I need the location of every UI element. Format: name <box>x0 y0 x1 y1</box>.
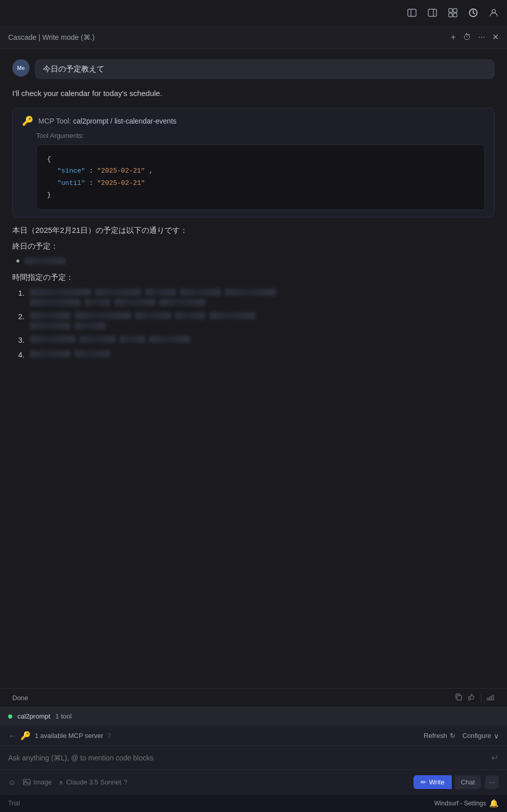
mcp-server-help-icon[interactable]: ? <box>107 732 111 739</box>
tool-args-label: Tool Arguments: <box>36 132 485 139</box>
svg-rect-18 <box>492 695 494 700</box>
mcp-tool-block: 🔑 MCP Tool: cal2prompt / list-calendar-e… <box>12 108 495 218</box>
header: Cascade | Write mode (⌘.) + ⏱ ··· ✕ <box>0 26 507 49</box>
write-button[interactable]: ✏ Write <box>413 775 452 789</box>
refresh-icon: ↻ <box>450 732 455 739</box>
timed-item-4: 4. <box>12 350 495 359</box>
allday-blurred <box>25 257 65 265</box>
add-button[interactable]: + <box>451 33 455 42</box>
refresh-label: Refresh <box>424 732 447 739</box>
copy-icon[interactable] <box>454 693 463 703</box>
smile-icon[interactable]: ☺ <box>8 778 16 786</box>
configure-label: Configure <box>463 732 491 739</box>
user-bubble: 今日の予定教えて <box>35 59 495 79</box>
timed-item-2: 2. <box>12 312 495 329</box>
svg-rect-4 <box>449 9 452 12</box>
close-button[interactable]: ✕ <box>492 32 499 42</box>
svg-rect-0 <box>408 9 416 16</box>
header-title: Cascade | Write mode (⌘.) <box>8 33 95 41</box>
svg-rect-17 <box>490 697 491 700</box>
mcp-tool-label: MCP Tool: cal2prompt / list-calendar-eve… <box>38 117 176 125</box>
footer-trial: Trial <box>8 800 20 807</box>
done-row: Done <box>0 688 507 707</box>
configure-button[interactable]: Configure ∨ <box>463 732 499 740</box>
svg-rect-2 <box>428 9 436 16</box>
refresh-button[interactable]: Refresh ↻ <box>424 732 455 739</box>
mcp-tool-count: 1 tool <box>55 712 72 720</box>
done-divider <box>481 694 481 702</box>
input-area: ↵ <box>0 746 507 770</box>
svg-rect-6 <box>449 13 452 17</box>
mcp-server-left: ← 🔑 1 available MCP server ? <box>8 731 111 741</box>
panel-right-icon[interactable] <box>425 6 440 20</box>
thumbsup-icon[interactable] <box>468 693 476 703</box>
input-row: ↵ <box>8 752 499 763</box>
svg-line-10 <box>473 13 475 14</box>
timed-label: 時間指定の予定： <box>12 273 495 282</box>
mcp-server-text: 1 available MCP server <box>35 732 103 739</box>
mcp-server-right: Refresh ↻ Configure ∨ <box>424 732 499 740</box>
model-name: Claude 3.5 Sonnet <box>66 778 121 786</box>
bottom-toolbar-left: ☺ Image ∧ Claude 3.5 Sonnet ? <box>8 778 127 786</box>
mcp-server-key-icon: 🔑 <box>20 731 31 741</box>
footer-bar: Trial Windsurf - Settings 🔔 <box>0 794 507 812</box>
schedule-intro: 本日（2025年2月21日）の予定は以下の通りです： <box>12 226 495 235</box>
avatar: Me <box>12 59 30 77</box>
footer-right: Windsurf - Settings 🔔 <box>434 799 499 808</box>
svg-rect-7 <box>453 13 457 17</box>
allday-item <box>16 257 495 265</box>
timed-list: 1. <box>12 289 495 359</box>
svg-rect-19 <box>24 779 30 785</box>
history-button[interactable]: ⏱ <box>463 33 471 42</box>
panel-left-icon[interactable] <box>405 6 419 20</box>
schedule-section: 本日（2025年2月21日）の予定は以下の通りです： 終日の予定： 時間指定の予… <box>12 226 495 359</box>
chevron-down-icon: ∨ <box>494 732 499 740</box>
chat-button[interactable]: Chat <box>455 775 481 789</box>
model-selector[interactable]: ∧ Claude 3.5 Sonnet ? <box>59 778 127 786</box>
timed-item-1: 1. <box>12 289 495 306</box>
top-toolbar <box>0 0 507 26</box>
allday-label: 終日の予定： <box>12 242 495 251</box>
more-options-button[interactable]: ··· <box>485 775 499 789</box>
mcp-name[interactable]: cal2prompt <box>17 712 50 720</box>
svg-rect-5 <box>453 9 457 12</box>
mcp-status-bar: cal2prompt 1 tool <box>0 707 507 725</box>
done-row-actions <box>454 693 495 703</box>
svg-rect-12 <box>457 696 462 700</box>
user-message-row: Me 今日の予定教えて <box>12 59 495 79</box>
bottom-toolbar-right: ✏ Write Chat ··· <box>413 775 499 789</box>
bottom-toolbar: ☺ Image ∧ Claude 3.5 Sonnet ? ✏ Write Ch… <box>0 770 507 794</box>
footer-settings-link[interactable]: Windsurf - Settings <box>434 800 486 807</box>
write-label: Write <box>429 778 445 786</box>
write-pencil-icon: ✏ <box>421 778 426 786</box>
assistant-intro-text: I'll check your calendar for today's sch… <box>12 87 495 100</box>
image-button[interactable]: Image <box>23 778 52 786</box>
svg-rect-16 <box>487 698 489 700</box>
done-label: Done <box>12 694 28 702</box>
back-arrow-icon[interactable]: ← <box>8 731 16 741</box>
allday-bullet <box>16 259 19 262</box>
more-button[interactable]: ··· <box>478 33 485 42</box>
code-block: { "since" : "2025-02-21" , "until" : "20… <box>36 145 485 210</box>
image-label: Image <box>33 778 52 786</box>
chat-input[interactable] <box>8 754 491 762</box>
header-actions: + ⏱ ··· ✕ <box>451 32 499 42</box>
mcp-dot <box>8 714 12 719</box>
chat-area: Me 今日の予定教えて I'll check your calendar for… <box>0 49 507 688</box>
timed-item-3: 3. <box>12 336 495 344</box>
mcp-tool-header: 🔑 MCP Tool: cal2prompt / list-calendar-e… <box>22 115 485 127</box>
mcp-key-icon: 🔑 <box>22 115 33 127</box>
user-icon[interactable] <box>487 6 501 20</box>
grid-icon[interactable] <box>446 6 460 20</box>
clock-icon[interactable] <box>466 6 480 20</box>
mcp-server-row: ← 🔑 1 available MCP server ? Refresh ↻ C… <box>0 725 507 746</box>
enter-icon[interactable]: ↵ <box>491 752 499 763</box>
model-help-icon[interactable]: ? <box>124 779 127 786</box>
footer-bell-icon[interactable]: 🔔 <box>489 799 499 808</box>
chart-icon[interactable] <box>487 693 495 703</box>
